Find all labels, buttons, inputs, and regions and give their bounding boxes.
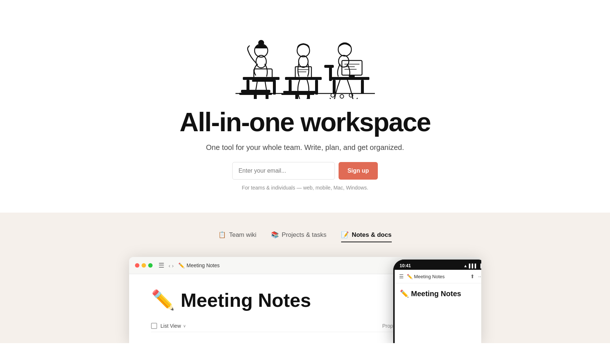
svg-point-20 bbox=[299, 56, 308, 67]
svg-rect-9 bbox=[252, 80, 274, 82]
battery-icon: ▐ bbox=[479, 264, 481, 268]
maximize-button[interactable] bbox=[148, 263, 153, 268]
svg-rect-23 bbox=[281, 93, 314, 95]
breadcrumb: ✏️ Meeting Notes bbox=[178, 262, 391, 268]
svg-rect-38 bbox=[324, 65, 334, 68]
signup-form: Sign up bbox=[232, 162, 378, 180]
view-switcher[interactable]: List View ∨ bbox=[151, 323, 186, 329]
doc-title-icon: ✏️ bbox=[151, 289, 175, 311]
nav-arrows: ‹ › bbox=[169, 262, 174, 269]
svg-point-12 bbox=[258, 40, 264, 46]
email-input[interactable] bbox=[232, 162, 335, 180]
svg-rect-25 bbox=[307, 95, 310, 99]
svg-rect-28 bbox=[361, 80, 364, 94]
back-arrow-icon[interactable]: ‹ bbox=[169, 262, 171, 269]
notes-docs-icon: 📝 bbox=[341, 231, 349, 239]
phone-time: 10:41 bbox=[400, 263, 411, 268]
phone-mockup: 10:41 ▲ ▌▌▌ ▐ ☰ ✏️ Meeting Notes bbox=[393, 260, 481, 343]
breadcrumb-text: Meeting Notes bbox=[187, 262, 220, 268]
hero-illustration bbox=[217, 15, 393, 99]
wifi-icon: ▲ bbox=[463, 264, 467, 268]
list-view-label: List View bbox=[161, 323, 181, 329]
tab-notes-docs-label: Notes & docs bbox=[352, 231, 392, 239]
svg-rect-27 bbox=[333, 80, 336, 94]
phone-inner: ☰ ✏️ Meeting Notes ⬆ ··· ✏️ Meeting Note… bbox=[395, 270, 481, 343]
phone-page-title: ✏️ Meeting Notes bbox=[407, 274, 467, 279]
phone-doc-title: ✏️ Meeting Notes bbox=[395, 283, 481, 301]
feature-section: 📋 Team wiki 📚 Projects & tasks 📝 Notes &… bbox=[0, 213, 610, 343]
menu-icon[interactable]: ☰ bbox=[158, 261, 164, 269]
tab-team-wiki[interactable]: 📋 Team wiki bbox=[218, 231, 256, 242]
svg-point-35 bbox=[339, 55, 349, 67]
svg-rect-22 bbox=[283, 91, 316, 93]
chevron-down-icon: ∨ bbox=[183, 324, 186, 328]
svg-rect-31 bbox=[346, 78, 358, 79]
breadcrumb-icon: ✏️ bbox=[178, 262, 185, 268]
minimize-button[interactable] bbox=[142, 263, 146, 268]
projects-tasks-icon: 📚 bbox=[271, 231, 279, 239]
tab-notes-docs[interactable]: 📝 Notes & docs bbox=[341, 231, 392, 242]
close-button[interactable] bbox=[135, 263, 139, 268]
tab-team-wiki-label: Team wiki bbox=[229, 231, 256, 239]
hero-section: All-in-one workspace One tool for your w… bbox=[0, 0, 610, 213]
phone-doc-title-text: Meeting Notes bbox=[411, 290, 461, 298]
phone-share-icon[interactable]: ⬆ bbox=[470, 273, 475, 279]
phone-doc-icon: ✏️ bbox=[400, 289, 409, 298]
phone-page-title-text: Meeting Notes bbox=[414, 274, 445, 279]
signup-button[interactable]: Sign up bbox=[339, 162, 378, 180]
phone-page-icon: ✏️ bbox=[407, 274, 413, 279]
phone-menu-icon[interactable]: ☰ bbox=[399, 273, 404, 279]
traffic-lights bbox=[135, 263, 153, 268]
phone-more-icon[interactable]: ··· bbox=[478, 273, 481, 279]
svg-rect-3 bbox=[273, 80, 276, 95]
svg-rect-24 bbox=[295, 95, 298, 99]
phone-nav-actions: ⬆ ··· bbox=[470, 273, 481, 279]
doc-content: ✏️ Meeting Notes List View ∨ Properties … bbox=[129, 274, 481, 343]
svg-point-40 bbox=[340, 95, 344, 98]
doc-title-text: Meeting Notes bbox=[181, 289, 311, 311]
svg-rect-1 bbox=[243, 77, 280, 80]
forward-arrow-icon[interactable]: › bbox=[172, 262, 174, 269]
hero-title: All-in-one workspace bbox=[179, 108, 430, 137]
phone-status-icons: ▲ ▌▌▌ ▐ bbox=[463, 264, 481, 268]
team-wiki-icon: 📋 bbox=[218, 231, 226, 239]
list-view-icon bbox=[151, 323, 157, 329]
hero-caption: For teams & individuals — web, mobile, M… bbox=[242, 185, 368, 191]
hero-subtitle: One tool for your whole team. Write, pla… bbox=[206, 143, 404, 152]
signal-icon: ▌▌▌ bbox=[469, 264, 477, 268]
svg-point-39 bbox=[331, 93, 335, 97]
phone-nav-bar: ☰ ✏️ Meeting Notes ⬆ ··· bbox=[395, 270, 481, 283]
svg-rect-29 bbox=[342, 60, 362, 75]
app-window: ☰ ‹ › ✏️ Meeting Notes Share ✓ Updates F… bbox=[129, 257, 481, 343]
tabs-row: 📋 Team wiki 📚 Projects & tasks 📝 Notes &… bbox=[218, 231, 391, 242]
phone-status-bar: 10:41 ▲ ▌▌▌ ▐ bbox=[393, 260, 481, 270]
svg-rect-37 bbox=[329, 67, 332, 81]
svg-rect-17 bbox=[293, 77, 314, 79]
tab-projects-tasks-label: Projects & tasks bbox=[282, 231, 326, 239]
tab-projects-tasks[interactable]: 📚 Projects & tasks bbox=[271, 231, 326, 242]
svg-rect-30 bbox=[349, 75, 355, 78]
